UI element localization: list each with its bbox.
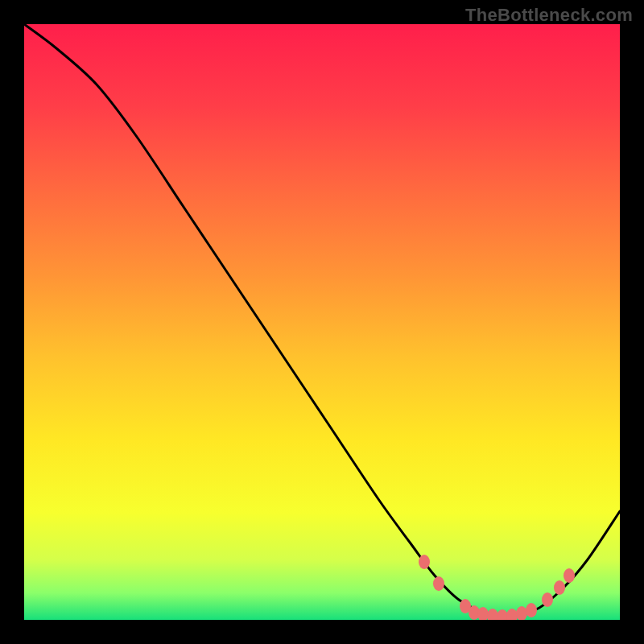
watermark-text: TheBottleneck.com (465, 5, 633, 26)
chart-marker (433, 576, 444, 591)
chart-plot-area (24, 24, 620, 620)
chart-svg (24, 24, 620, 620)
chart-marker (419, 555, 430, 569)
chart-marker (564, 568, 575, 583)
chart-marker (554, 580, 565, 595)
chart-background (24, 24, 620, 620)
chart-marker (542, 592, 553, 607)
chart-marker (526, 603, 537, 617)
chart-frame: TheBottleneck.com (0, 0, 644, 644)
